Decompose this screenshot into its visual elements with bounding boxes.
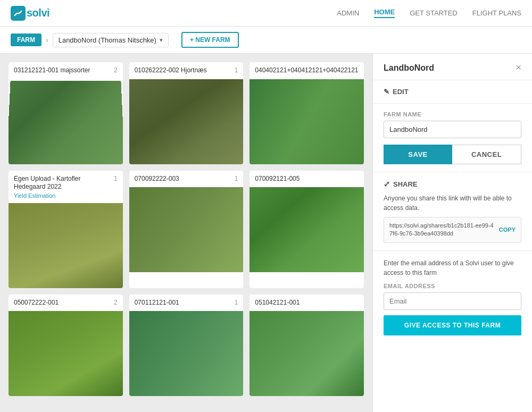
farm-selector[interactable]: LandboNord (Thomas Nitschke) ▾ bbox=[53, 33, 169, 47]
field-card-1[interactable]: 031212121-001 majssorter 2 bbox=[9, 62, 123, 164]
edit-label: EDIT bbox=[393, 88, 409, 96]
card-header-2: 010262222-002 Hjortnæs 1 bbox=[129, 62, 244, 79]
share-header: ⤢ SHARE bbox=[384, 180, 521, 188]
card-header-8: 070112121-001 1 bbox=[129, 295, 244, 312]
fields-grid: 031212121-001 majssorter 2 010262222-002… bbox=[9, 62, 364, 396]
card-title-7: 050072222-001 bbox=[14, 299, 59, 307]
share-label: SHARE bbox=[393, 180, 418, 188]
card-image-9 bbox=[250, 311, 364, 396]
cancel-button[interactable]: CANCEL bbox=[452, 145, 521, 164]
nav-flight-plans[interactable]: FLIGHT PLANS bbox=[472, 9, 521, 17]
edit-link[interactable]: ✎ EDIT bbox=[384, 88, 521, 96]
header: solvi ADMIN HOME GET STARTED FLIGHT PLAN… bbox=[0, 0, 532, 27]
card-header-4: Egen Upload - Kartofler Hedegaard 2022 Y… bbox=[9, 171, 123, 203]
email-description: Enter the email address of a Solvi user … bbox=[384, 258, 521, 278]
breadcrumb-farm-label: FARM bbox=[11, 33, 41, 46]
main-nav: ADMIN HOME GET STARTED FLIGHT PLANS bbox=[337, 8, 521, 18]
farm-selector-text: LandboNord (Thomas Nitschke) bbox=[59, 36, 156, 44]
card-title-4: Egen Upload - Kartofler Hedegaard 2022 bbox=[14, 175, 110, 191]
new-farm-button[interactable]: + NEW FARM bbox=[181, 32, 239, 48]
card-image-8 bbox=[129, 311, 244, 396]
save-cancel-row: SAVE CANCEL bbox=[384, 145, 521, 164]
nav-get-started[interactable]: GET STARTED bbox=[410, 9, 458, 17]
nav-admin[interactable]: ADMIN bbox=[337, 9, 359, 17]
card-title-1: 031212121-001 majssorter bbox=[14, 66, 90, 75]
field-card-7[interactable]: 050072222-001 2 bbox=[9, 295, 123, 397]
card-image-1 bbox=[9, 81, 123, 164]
breadcrumb-bar: FARM › LandboNord (Thomas Nitschke) ▾ + … bbox=[0, 27, 532, 54]
email-label: EMAIL ADDRESS bbox=[384, 283, 521, 289]
field-card-5[interactable]: 070092222-003 1 bbox=[129, 171, 244, 288]
card-image-3 bbox=[250, 79, 364, 164]
card-title-3: 040402121+040412121+040422121 bbox=[255, 66, 358, 75]
edit-icon: ✎ bbox=[384, 88, 389, 96]
farm-name-input[interactable] bbox=[384, 121, 521, 138]
card-image-2 bbox=[129, 79, 244, 164]
card-count-4: 1 bbox=[114, 175, 118, 182]
share-icon: ⤢ bbox=[384, 180, 390, 188]
card-count-2: 1 bbox=[235, 66, 238, 74]
chevron-down-icon: ▾ bbox=[160, 37, 163, 44]
card-image-7 bbox=[9, 311, 123, 396]
card-image-5 bbox=[129, 187, 244, 272]
card-title-9: 051042121-001 bbox=[255, 299, 300, 307]
share-link-box: https://solvi.ag/shares/b1c2b181-ee99-47… bbox=[384, 217, 521, 243]
breadcrumb-chevron-icon: › bbox=[46, 36, 48, 44]
save-button[interactable]: SAVE bbox=[384, 145, 452, 164]
give-access-button[interactable]: GIVE ACCESS TO THIS FARM bbox=[384, 315, 521, 335]
farm-panel: LandboNord × ✎ EDIT FARM NAME SAVE CANCE… bbox=[372, 54, 532, 412]
card-subtitle-4[interactable]: Yield Estimation bbox=[14, 192, 110, 199]
card-header-7: 050072222-001 2 bbox=[9, 295, 123, 312]
email-section: Enter the email address of a Solvi user … bbox=[373, 251, 532, 343]
panel-header: LandboNord × bbox=[373, 54, 532, 80]
content-wrapper: 031212121-001 majssorter 2 010262222-002… bbox=[0, 54, 532, 412]
field-card-6[interactable]: 070092121-005 bbox=[250, 171, 364, 288]
card-image-4 bbox=[9, 203, 123, 288]
farm-name-section: FARM NAME SAVE CANCEL bbox=[373, 104, 532, 172]
card-header-5: 070092222-003 1 bbox=[129, 171, 244, 188]
share-section: ⤢ SHARE Anyone you share this link with … bbox=[373, 172, 532, 251]
card-count-1: 2 bbox=[114, 66, 118, 74]
card-title-6: 070092121-005 bbox=[255, 175, 300, 183]
field-card-3[interactable]: 040402121+040412121+040422121 bbox=[250, 62, 364, 164]
edit-section: ✎ EDIT bbox=[373, 80, 532, 104]
fields-grid-area: 031212121-001 majssorter 2 010262222-002… bbox=[0, 54, 372, 412]
share-url-text: https://solvi.ag/shares/b1c2b181-ee99-47… bbox=[389, 222, 495, 238]
card-title-5: 070092222-003 bbox=[135, 175, 179, 183]
panel-title: LandboNord bbox=[384, 63, 434, 73]
card-count-8: 1 bbox=[235, 299, 238, 306]
card-title-8: 070112121-001 bbox=[135, 299, 179, 307]
card-count-5: 1 bbox=[235, 175, 238, 182]
panel-close-button[interactable]: × bbox=[516, 62, 521, 73]
card-header-9: 051042121-001 bbox=[250, 295, 364, 312]
field-card-2[interactable]: 010262222-002 Hjortnæs 1 bbox=[129, 62, 244, 164]
logo-text: solvi bbox=[27, 7, 49, 19]
card-title-2: 010262222-002 Hjortnæs bbox=[135, 66, 207, 75]
card-header-1: 031212121-001 majssorter 2 bbox=[9, 62, 123, 79]
email-input[interactable] bbox=[384, 292, 521, 310]
logo-icon bbox=[11, 6, 26, 21]
farm-name-label: FARM NAME bbox=[384, 111, 521, 117]
card-count-7: 2 bbox=[114, 299, 118, 306]
share-description: Anyone you share this link with will be … bbox=[384, 194, 521, 213]
card-header-3: 040402121+040412121+040422121 bbox=[250, 62, 364, 79]
field-card-4[interactable]: Egen Upload - Kartofler Hedegaard 2022 Y… bbox=[9, 171, 123, 288]
card-header-6: 070092121-005 bbox=[250, 171, 364, 188]
field-card-9[interactable]: 051042121-001 bbox=[250, 295, 364, 397]
nav-home[interactable]: HOME bbox=[374, 8, 395, 18]
copy-button[interactable]: COPY bbox=[499, 226, 516, 233]
field-card-8[interactable]: 070112121-001 1 bbox=[129, 295, 244, 397]
card-image-6 bbox=[250, 187, 364, 272]
logo: solvi bbox=[11, 6, 49, 21]
